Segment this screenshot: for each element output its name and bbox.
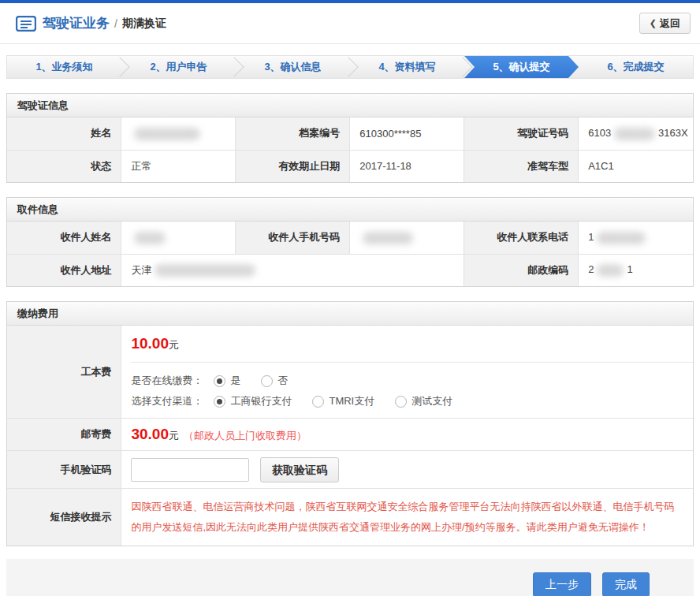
sms-tip-cell: 因陕西省联通、电信运营商技术问题，陕西省互联网交通安全综合服务管理平台无法向持陕… [121,489,693,546]
table-row: 收件人地址 天津 邮政编码 21 [7,254,693,286]
step-1-business-notice[interactable]: 1、业务须知 [7,56,121,78]
channel-option-tmri[interactable]: TMRI支付 [312,394,374,408]
captcha-label: 手机验证码 [7,451,121,489]
address-label: 收件人地址 [7,254,121,286]
status-value: 正常 [121,150,236,182]
table-row: 收件人姓名 收件人手机号码 收件人联系电话 1 [7,222,693,254]
step-2-user-declaration[interactable]: 2、用户申告 [121,56,236,78]
online-pay-option-no[interactable]: 否 [261,374,288,388]
fee-divider [131,362,693,363]
expiry-value: 2017-11-18 [350,150,464,182]
radio-icbc-icon[interactable] [214,396,225,408]
captcha-input[interactable] [131,458,249,482]
status-label: 状态 [7,150,121,182]
work-fee-label: 工本费 [7,326,121,419]
radio-yes-icon[interactable] [214,375,225,387]
work-fee-amount: 10.00 [131,335,169,352]
online-pay-option-yes[interactable]: 是 [214,374,240,388]
online-pay-question-row: 是否在线缴费： 是 否 [131,374,693,388]
payment-section-title: 缴纳费用 [7,302,693,326]
table-row: 短信接收提示 因陕西省联通、电信运营商技术问题，陕西省互联网交通安全综合服务管理… [7,489,693,546]
postcode-prefix: 2 [588,263,594,275]
captcha-cell: 获取验证码 [121,451,693,489]
step-5-confirm-submit[interactable]: 5、确认提交 [464,56,579,78]
postcode-suffix: 1 [627,263,632,275]
phone-prefix: 1 [588,231,594,243]
pickup-info-table: 收件人姓名 收件人手机号码 收件人联系电话 1 收件人地址 天津 邮政编码 21 [7,222,693,286]
sms-notice-text: 因陕西省联通、电信运营商技术问题，陕西省互联网交通安全综合服务管理平台无法向持陕… [121,489,693,546]
redacted-recipient-name [134,232,166,244]
sms-tip-label: 短信接收提示 [7,489,121,546]
step-4-fill-data[interactable]: 4、资料填写 [350,56,464,78]
channel-option-icbc[interactable]: 工商银行支付 [214,394,292,408]
radio-tmri-icon[interactable] [312,396,324,408]
redacted-license-no [614,128,655,140]
expiry-label: 有效期止日期 [236,150,350,182]
postcode-label: 邮政编码 [464,254,579,286]
chevron-left-icon: ❮ [650,13,657,33]
redacted-postcode [597,264,624,277]
license-no-label: 驾驶证号码 [464,117,579,150]
postage-note: （邮政人员上门收取费用） [184,430,307,441]
breadcrumb-current: 期满换证 [122,17,166,31]
pay-channel-question: 选择支付渠道： [131,394,203,408]
license-info-table: 姓名 档案编号 610300****85 驾驶证号码 61033163X 状态 … [7,117,693,182]
payment-section: 缴纳费用 工本费 10.00元 是否在线缴费： 是 否 [6,301,694,546]
recipient-phone-label: 收件人联系电话 [464,222,579,254]
step-6-complete-submit[interactable]: 6、完成提交 [579,56,693,78]
postcode-value: 21 [579,254,693,286]
redacted-name [134,128,200,140]
page-title[interactable]: 驾驶证业务 [43,14,110,32]
pickup-info-section: 取件信息 收件人姓名 收件人手机号码 收件人联系电话 1 收件人地址 天津 邮政… [6,197,694,287]
breadcrumb-divider: / [114,17,117,30]
work-fee-unit: 元 [169,339,179,351]
step-3-confirm-info[interactable]: 3、确认信息 [236,56,350,78]
file-no-label: 档案编号 [236,117,350,150]
license-no-prefix: 6103 [588,127,611,139]
radio-no-icon[interactable] [261,375,273,387]
table-row: 邮寄费 30.00元（邮政人员上门收取费用） [7,419,693,451]
postage-amount: 30.00 [131,426,169,442]
table-row: 手机验证码 获取验证码 [7,451,693,489]
channel-icbc-label: 工商银行支付 [230,394,292,408]
vehicle-type-value: A1C1 [579,150,693,182]
name-label: 姓名 [7,117,121,150]
online-pay-no-label: 否 [277,374,288,388]
table-row: 姓名 档案编号 610300****85 驾驶证号码 61033163X [7,117,693,150]
get-captcha-button[interactable]: 获取验证码 [260,457,339,482]
file-no-value: 610300****85 [350,117,464,150]
postage-cell: 30.00元（邮政人员上门收取费用） [121,419,693,451]
pickup-section-title: 取件信息 [7,198,693,222]
license-info-section: 驾驶证信息 姓名 档案编号 610300****85 驾驶证号码 6103316… [6,93,694,183]
radio-test-icon[interactable] [395,396,407,408]
payment-table: 工本费 10.00元 是否在线缴费： 是 否 [7,326,693,546]
channel-option-test[interactable]: 测试支付 [395,394,452,408]
address-value: 天津 [121,254,464,286]
license-card-icon [16,16,36,32]
redacted-address [155,264,255,277]
work-fee-amount-line: 10.00元 [131,335,693,352]
name-value [121,117,236,150]
recipient-mobile-value [350,222,464,254]
recipient-name-label: 收件人姓名 [7,222,121,254]
work-fee-cell: 10.00元 是否在线缴费： 是 否 选择支付渠道： [121,326,693,419]
redacted-phone [597,232,646,244]
online-pay-question: 是否在线缴费： [131,374,203,388]
step-progress-bar: 1、业务须知 2、用户申告 3、确认信息 4、资料填写 5、确认提交 6、完成提… [6,55,694,79]
online-pay-yes-label: 是 [230,374,240,388]
table-row: 状态 正常 有效期止日期 2017-11-18 准驾车型 A1C1 [7,150,693,182]
finish-button[interactable]: 完成 [602,572,650,596]
vehicle-type-label: 准驾车型 [464,150,579,182]
channel-test-label: 测试支付 [411,394,452,408]
license-no-suffix: 3163X [658,127,688,139]
back-button[interactable]: ❮ 返回 [639,13,691,34]
redacted-mobile [363,232,413,244]
channel-tmri-label: TMRI支付 [329,394,374,408]
previous-step-button[interactable]: 上一步 [533,572,591,596]
postage-unit: 元 [169,430,179,441]
address-prefix: 天津 [131,264,151,276]
table-row: 工本费 10.00元 是否在线缴费： 是 否 [7,326,693,419]
page-header: 驾驶证业务 / 期满换证 ❮ 返回 [0,3,700,44]
license-no-value: 61033163X [579,117,693,150]
back-button-label: 返回 [660,13,680,33]
